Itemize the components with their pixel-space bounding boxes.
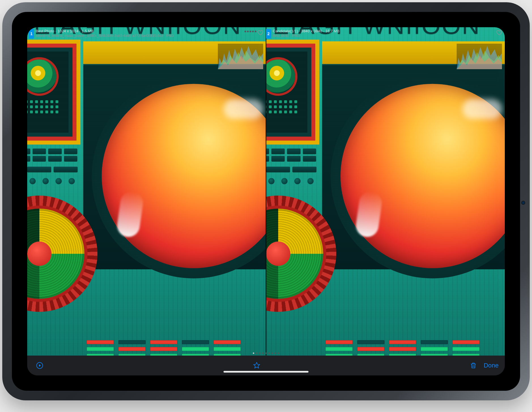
- heart-icon[interactable]: [496, 29, 503, 37]
- pane-best-photo[interactable]: TEIAGH WNIIOON: [27, 27, 266, 356]
- heart-icon[interactable]: [258, 29, 264, 37]
- trash-icon[interactable]: [467, 359, 480, 372]
- done-button[interactable]: Done: [484, 362, 499, 369]
- pane-candidate[interactable]: TEIAGH WNIIOON: [266, 27, 505, 356]
- rating-dots-left[interactable]: [244, 31, 256, 32]
- front-camera: [522, 201, 525, 204]
- star-icon[interactable]: [250, 359, 263, 372]
- page-dots[interactable]: [253, 352, 279, 354]
- histogram-left: [218, 44, 263, 69]
- play-circle-icon[interactable]: [33, 359, 46, 372]
- ipad-frame: TEIAGH WNIIOON: [2, 2, 530, 400]
- home-indicator[interactable]: [224, 371, 308, 373]
- divider: [265, 27, 267, 356]
- screen: TEIAGH WNIIOON: [27, 27, 505, 375]
- image-right[interactable]: TEIAGH WNIIOON: [266, 27, 498, 356]
- image-left[interactable]: TEIAGH WNIIOON: [27, 27, 259, 356]
- histogram-right: [457, 44, 502, 69]
